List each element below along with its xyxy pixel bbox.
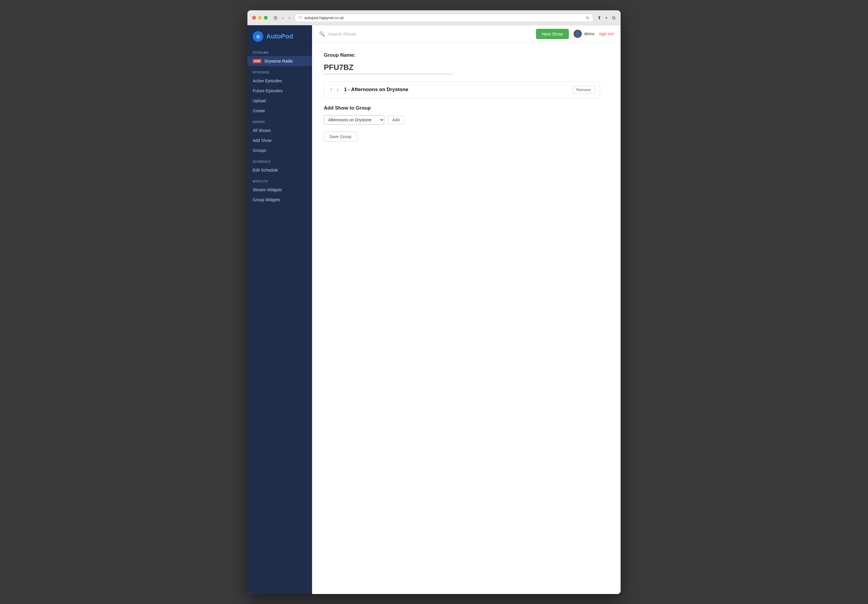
traffic-light-maximize[interactable] [264, 16, 268, 20]
sidebar-item-groups[interactable]: Groups [247, 146, 312, 155]
add-show-button[interactable]: Add [387, 115, 405, 124]
add-show-row: Afternoons on Drystone Add [324, 115, 609, 125]
sidebar-item-add-show[interactable]: Add Show [247, 135, 312, 146]
streams-label: STREAMS [247, 51, 312, 56]
sidebar-item-label: Upload [253, 98, 266, 103]
traffic-light-close[interactable] [252, 16, 256, 20]
security-icon: 🛡 [299, 16, 302, 20]
app-logo: ◎ AutoPod [247, 25, 312, 48]
address-bar: 🛡 ↻ [295, 14, 593, 22]
sidebar: ◎ AutoPod STREAMS DSR Drystone Radio EPI… [247, 25, 312, 594]
add-show-section: Add Show to Group Afternoons on Drystone… [324, 105, 609, 125]
stream-badge: DSR [253, 59, 262, 63]
add-show-label: Add Show to Group [324, 105, 609, 111]
search-container: 🔍 [319, 31, 531, 37]
app-header: 🔍 New Show 👤 demo sign out [312, 25, 621, 43]
group-name-label: Group Name: [324, 52, 609, 58]
search-input[interactable] [328, 31, 531, 36]
content-area: Group Name: ↑ ↓ 1 - Afternoons on Drysto… [312, 43, 621, 594]
schedule-label: SCHEDULE [247, 160, 312, 165]
sidebar-section-schedule: SCHEDULE Edit Schedule [247, 156, 312, 176]
sidebar-item-label: Active Episodes [253, 79, 282, 83]
tab-overview-btn[interactable]: ⧉ [611, 15, 616, 21]
logo-text: AutoPod [266, 33, 293, 40]
sidebar-item-edit-schedule[interactable]: Edit Schedule [247, 165, 312, 175]
episodes-label: EPISODES [247, 71, 312, 76]
sidebar-item-label: All Shows [253, 128, 271, 133]
logo-icon: ◎ [253, 31, 263, 42]
browser-forward-btn[interactable]: › [287, 15, 291, 21]
move-up-btn[interactable]: ↑ [329, 87, 333, 93]
sidebar-item-create[interactable]: Create [247, 106, 312, 116]
sidebar-item-group-widgets[interactable]: Group Widgets [247, 195, 312, 205]
group-name-input[interactable] [324, 61, 453, 74]
user-name: demo [584, 31, 594, 36]
sidebar-section-shows: SHOWS All Shows Add Show Groups [247, 117, 312, 156]
sidebar-item-all-shows[interactable]: All Shows [247, 125, 312, 135]
user-section: 👤 demo [574, 30, 594, 38]
new-tab-btn[interactable]: + [605, 15, 609, 21]
new-show-button[interactable]: New Show [536, 29, 569, 39]
browser-sidebar-btn[interactable]: ⊞ [273, 14, 279, 21]
sign-out-button[interactable]: sign out [599, 31, 614, 36]
show-title: 1 - Afternoons on Drystone [344, 87, 572, 93]
main-content: Group Name: ↑ ↓ 1 - Afternoons on Drysto… [312, 43, 621, 594]
sidebar-item-drystone-radio[interactable]: DSR Drystone Radio [247, 56, 312, 66]
sidebar-section-widgets: WIDGETS Stream Widgets Group Widgets [247, 176, 312, 206]
show-select[interactable]: Afternoons on Drystone [324, 115, 384, 125]
sidebar-item-label: Future Episodes [253, 88, 283, 93]
show-row: ↑ ↓ 1 - Afternoons on Drystone Remove [324, 81, 600, 98]
widgets-label: WIDGETS [247, 180, 312, 185]
remove-show-button[interactable]: Remove [572, 86, 595, 94]
sidebar-item-label: Groups [253, 148, 266, 153]
sidebar-item-stream-widgets[interactable]: Stream Widgets [247, 185, 312, 195]
shows-label: SHOWS [247, 121, 312, 125]
sidebar-item-label: Create [253, 108, 265, 113]
sidebar-item-label: Stream Widgets [253, 187, 282, 192]
sidebar-item-label: Add Show [253, 138, 271, 143]
move-down-btn[interactable]: ↓ [335, 87, 340, 93]
traffic-light-minimize[interactable] [258, 16, 262, 20]
header-actions: New Show 👤 demo sign out [536, 29, 614, 39]
sidebar-item-label: Edit Schedule [253, 168, 278, 172]
sidebar-section-streams: STREAMS DSR Drystone Radio [247, 48, 312, 67]
user-icon: 👤 [574, 30, 582, 38]
save-group-button[interactable]: Save Group [324, 132, 357, 142]
sidebar-section-episodes: EPISODES Active Episodes Future Episodes… [247, 67, 312, 117]
reload-btn[interactable]: ↻ [586, 15, 589, 20]
sidebar-item-active-episodes[interactable]: Active Episodes [247, 76, 312, 86]
search-icon: 🔍 [319, 31, 325, 37]
sidebar-item-future-episodes[interactable]: Future Episodes [247, 86, 312, 96]
browser-back-btn[interactable]: ‹ [281, 15, 285, 21]
share-btn[interactable]: ⬆ [597, 14, 602, 21]
row-controls: ↑ ↓ [329, 87, 340, 93]
url-input[interactable] [304, 15, 584, 20]
sidebar-item-label: Drystone Radio [265, 59, 293, 63]
sidebar-item-label: Group Widgets [253, 197, 280, 202]
sidebar-item-upload[interactable]: Upload [247, 96, 312, 106]
